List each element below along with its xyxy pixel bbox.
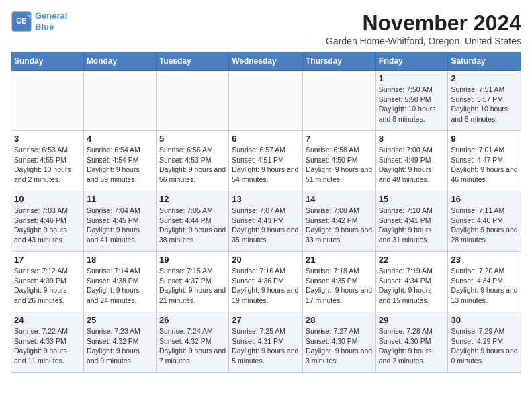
weekday-header-monday: Monday <box>83 52 156 71</box>
weekday-header-friday: Friday <box>375 52 448 71</box>
day-info: Sunrise: 7:05 AM Sunset: 4:44 PM Dayligh… <box>159 205 226 245</box>
logo-line1: General <box>35 11 67 21</box>
calendar-cell: 17Sunrise: 7:12 AM Sunset: 4:39 PM Dayli… <box>11 252 84 312</box>
calendar-cell: 4Sunrise: 6:54 AM Sunset: 4:54 PM Daylig… <box>83 131 156 191</box>
calendar-cell: 9Sunrise: 7:01 AM Sunset: 4:47 PM Daylig… <box>448 131 521 191</box>
day-info: Sunrise: 7:03 AM Sunset: 4:46 PM Dayligh… <box>14 205 81 245</box>
day-number: 27 <box>232 315 300 325</box>
calendar-cell <box>11 71 84 131</box>
calendar-cell: 2Sunrise: 7:51 AM Sunset: 5:57 PM Daylig… <box>448 71 521 131</box>
calendar-cell: 20Sunrise: 7:16 AM Sunset: 4:36 PM Dayli… <box>229 252 303 312</box>
day-info: Sunrise: 6:54 AM Sunset: 4:54 PM Dayligh… <box>87 145 153 185</box>
day-number: 4 <box>87 134 153 144</box>
day-number: 23 <box>451 255 518 265</box>
day-info: Sunrise: 7:25 AM Sunset: 4:31 PM Dayligh… <box>232 326 300 366</box>
calendar-cell: 27Sunrise: 7:25 AM Sunset: 4:31 PM Dayli… <box>229 312 303 373</box>
calendar-cell: 7Sunrise: 6:58 AM Sunset: 4:50 PM Daylig… <box>302 131 375 191</box>
day-info: Sunrise: 7:22 AM Sunset: 4:33 PM Dayligh… <box>14 326 81 366</box>
day-info: Sunrise: 7:24 AM Sunset: 4:32 PM Dayligh… <box>159 326 226 366</box>
calendar-cell: 12Sunrise: 7:05 AM Sunset: 4:44 PM Dayli… <box>156 191 228 252</box>
day-info: Sunrise: 7:18 AM Sunset: 4:35 PM Dayligh… <box>306 266 373 306</box>
day-info: Sunrise: 7:28 AM Sunset: 4:30 PM Dayligh… <box>379 326 445 366</box>
calendar-cell: 28Sunrise: 7:27 AM Sunset: 4:30 PM Dayli… <box>302 312 375 373</box>
day-info: Sunrise: 7:19 AM Sunset: 4:34 PM Dayligh… <box>379 266 445 306</box>
day-number: 2 <box>451 73 518 83</box>
calendar-cell: 11Sunrise: 7:04 AM Sunset: 4:45 PM Dayli… <box>83 191 156 252</box>
day-number: 17 <box>14 255 81 265</box>
weekday-header-tuesday: Tuesday <box>156 52 228 71</box>
logo-line2: Blue <box>35 21 54 32</box>
day-number: 25 <box>87 315 153 325</box>
day-info: Sunrise: 7:11 AM Sunset: 4:40 PM Dayligh… <box>451 205 518 245</box>
day-number: 30 <box>451 315 518 325</box>
day-info: Sunrise: 7:29 AM Sunset: 4:29 PM Dayligh… <box>451 326 518 366</box>
day-number: 5 <box>159 134 226 144</box>
day-info: Sunrise: 7:16 AM Sunset: 4:36 PM Dayligh… <box>232 266 300 306</box>
day-info: Sunrise: 6:53 AM Sunset: 4:55 PM Dayligh… <box>14 145 81 185</box>
location-subtitle: Garden Home-Whitford, Oregon, United Sta… <box>326 36 521 46</box>
day-number: 6 <box>232 134 300 144</box>
day-info: Sunrise: 7:04 AM Sunset: 4:45 PM Dayligh… <box>87 205 153 245</box>
day-number: 18 <box>87 255 153 265</box>
calendar-cell: 10Sunrise: 7:03 AM Sunset: 4:46 PM Dayli… <box>11 191 84 252</box>
calendar-cell: 16Sunrise: 7:11 AM Sunset: 4:40 PM Dayli… <box>448 191 521 252</box>
calendar-cell <box>229 71 303 131</box>
calendar-cell: 13Sunrise: 7:07 AM Sunset: 4:43 PM Dayli… <box>229 191 303 252</box>
calendar-cell: 19Sunrise: 7:15 AM Sunset: 4:37 PM Dayli… <box>156 252 228 312</box>
day-number: 24 <box>14 315 81 325</box>
day-number: 11 <box>87 194 153 204</box>
logo-text: General Blue <box>35 11 67 32</box>
calendar-cell: 21Sunrise: 7:18 AM Sunset: 4:35 PM Dayli… <box>302 252 375 312</box>
day-number: 1 <box>379 73 445 83</box>
day-number: 19 <box>159 255 226 265</box>
day-info: Sunrise: 7:51 AM Sunset: 5:57 PM Dayligh… <box>451 85 518 124</box>
calendar-cell: 1Sunrise: 7:50 AM Sunset: 5:58 PM Daylig… <box>375 71 448 131</box>
logo: GB General Blue <box>11 11 67 32</box>
day-number: 14 <box>306 194 373 204</box>
day-number: 8 <box>379 134 445 144</box>
weekday-header-thursday: Thursday <box>302 52 375 71</box>
day-number: 21 <box>306 255 373 265</box>
calendar-cell: 29Sunrise: 7:28 AM Sunset: 4:30 PM Dayli… <box>375 312 448 373</box>
svg-text:GB: GB <box>16 17 27 25</box>
day-info: Sunrise: 7:20 AM Sunset: 4:34 PM Dayligh… <box>451 266 518 306</box>
title-area: November 2024 Garden Home-Whitford, Oreg… <box>326 11 521 46</box>
calendar-cell: 23Sunrise: 7:20 AM Sunset: 4:34 PM Dayli… <box>448 252 521 312</box>
calendar-cell: 24Sunrise: 7:22 AM Sunset: 4:33 PM Dayli… <box>11 312 84 373</box>
calendar-cell <box>302 71 375 131</box>
day-info: Sunrise: 7:15 AM Sunset: 4:37 PM Dayligh… <box>159 266 226 306</box>
day-number: 20 <box>232 255 300 265</box>
day-number: 22 <box>379 255 445 265</box>
day-info: Sunrise: 7:27 AM Sunset: 4:30 PM Dayligh… <box>306 326 373 366</box>
day-info: Sunrise: 7:00 AM Sunset: 4:49 PM Dayligh… <box>379 145 445 185</box>
calendar-cell: 8Sunrise: 7:00 AM Sunset: 4:49 PM Daylig… <box>375 131 448 191</box>
day-info: Sunrise: 7:07 AM Sunset: 4:43 PM Dayligh… <box>232 205 300 245</box>
day-info: Sunrise: 6:56 AM Sunset: 4:53 PM Dayligh… <box>159 145 226 185</box>
day-info: Sunrise: 7:14 AM Sunset: 4:38 PM Dayligh… <box>87 266 153 306</box>
weekday-header-wednesday: Wednesday <box>229 52 303 71</box>
day-number: 29 <box>379 315 445 325</box>
day-number: 16 <box>451 194 518 204</box>
calendar-table: SundayMondayTuesdayWednesdayThursdayFrid… <box>11 52 521 373</box>
day-number: 3 <box>14 134 81 144</box>
day-number: 13 <box>232 194 300 204</box>
day-info: Sunrise: 7:12 AM Sunset: 4:39 PM Dayligh… <box>14 266 81 306</box>
calendar-cell: 30Sunrise: 7:29 AM Sunset: 4:29 PM Dayli… <box>448 312 521 373</box>
weekday-header-sunday: Sunday <box>11 52 84 71</box>
calendar-cell: 25Sunrise: 7:23 AM Sunset: 4:32 PM Dayli… <box>83 312 156 373</box>
day-info: Sunrise: 7:08 AM Sunset: 4:42 PM Dayligh… <box>306 205 373 245</box>
calendar-cell: 26Sunrise: 7:24 AM Sunset: 4:32 PM Dayli… <box>156 312 228 373</box>
day-number: 7 <box>306 134 373 144</box>
day-info: Sunrise: 6:58 AM Sunset: 4:50 PM Dayligh… <box>306 145 373 185</box>
calendar-cell: 15Sunrise: 7:10 AM Sunset: 4:41 PM Dayli… <box>375 191 448 252</box>
calendar-cell <box>83 71 156 131</box>
calendar-cell: 3Sunrise: 6:53 AM Sunset: 4:55 PM Daylig… <box>11 131 84 191</box>
calendar-cell <box>156 71 228 131</box>
day-number: 9 <box>451 134 518 144</box>
calendar-cell: 5Sunrise: 6:56 AM Sunset: 4:53 PM Daylig… <box>156 131 228 191</box>
day-number: 10 <box>14 194 81 204</box>
day-number: 28 <box>306 315 373 325</box>
day-info: Sunrise: 7:23 AM Sunset: 4:32 PM Dayligh… <box>87 326 153 366</box>
day-info: Sunrise: 7:50 AM Sunset: 5:58 PM Dayligh… <box>379 85 445 124</box>
calendar-cell: 18Sunrise: 7:14 AM Sunset: 4:38 PM Dayli… <box>83 252 156 312</box>
